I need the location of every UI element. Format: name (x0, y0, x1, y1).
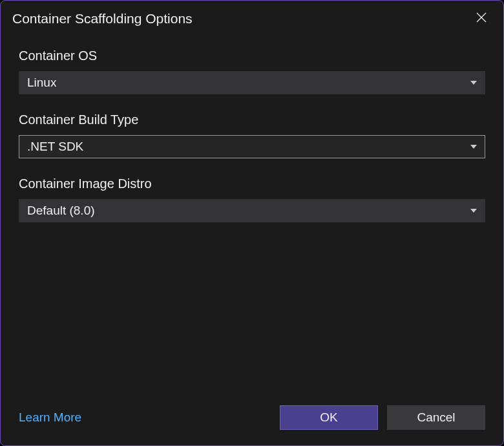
close-button[interactable] (471, 8, 492, 29)
dialog-title: Container Scaffolding Options (12, 11, 193, 27)
close-icon (476, 12, 487, 25)
label-container-os: Container OS (19, 48, 485, 63)
cancel-button[interactable]: Cancel (387, 405, 485, 430)
field-container-os: Container OS Linux (19, 48, 485, 94)
svg-marker-3 (470, 145, 477, 149)
chevron-down-icon (470, 81, 477, 85)
chevron-down-icon (470, 145, 477, 149)
select-container-os-value: Linux (27, 76, 56, 90)
titlebar: Container Scaffolding Options (1, 1, 503, 36)
svg-marker-4 (470, 209, 477, 213)
field-image-distro: Container Image Distro Default (8.0) (19, 176, 485, 222)
learn-more-link[interactable]: Learn More (19, 410, 81, 425)
svg-marker-2 (470, 81, 477, 85)
ok-button[interactable]: OK (280, 405, 378, 430)
label-build-type: Container Build Type (19, 112, 485, 127)
label-image-distro: Container Image Distro (19, 176, 485, 191)
chevron-down-icon (470, 209, 477, 213)
dialog-container-scaffolding-options: Container Scaffolding Options Container … (0, 0, 504, 446)
dialog-content: Container OS Linux Container Build Type … (1, 36, 503, 394)
select-build-type-value: .NET SDK (27, 140, 83, 154)
dialog-footer: Learn More OK Cancel (1, 394, 503, 445)
select-container-os[interactable]: Linux (19, 71, 485, 94)
select-build-type[interactable]: .NET SDK (19, 135, 485, 158)
select-image-distro-value: Default (8.0) (27, 204, 95, 218)
field-build-type: Container Build Type .NET SDK (19, 112, 485, 158)
select-image-distro[interactable]: Default (8.0) (19, 199, 485, 222)
